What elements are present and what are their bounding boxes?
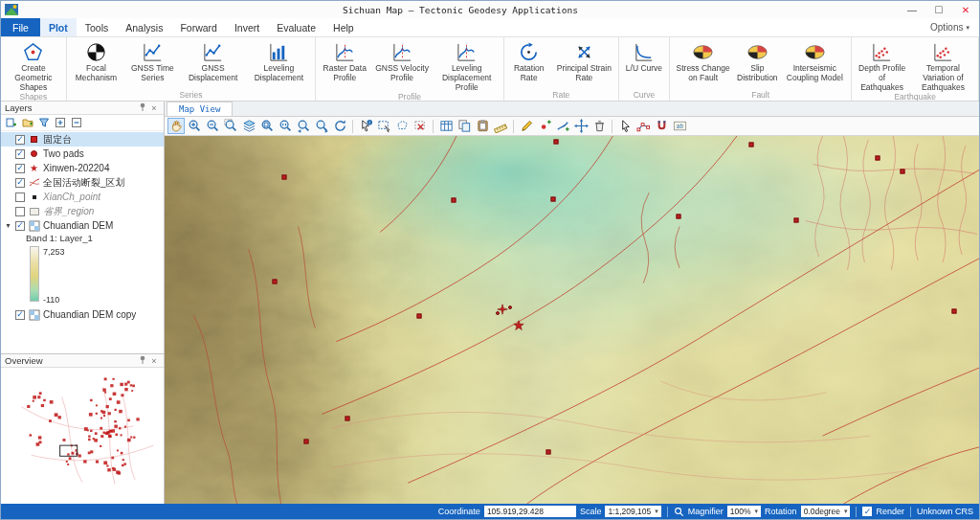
menu-tab-plot[interactable]: Plot <box>40 18 77 36</box>
station-marker[interactable] <box>676 214 680 218</box>
close-icon[interactable]: × <box>148 103 160 113</box>
station-marker[interactable] <box>417 314 422 319</box>
layer-item-chuandian-dem-copy[interactable]: ✓Chuandian DEM copy <box>1 307 164 322</box>
station-marker[interactable] <box>345 417 349 421</box>
edit-tool[interactable] <box>518 118 535 134</box>
earthquake-star-marker[interactable] <box>498 305 508 317</box>
maximize-button[interactable]: ☐ <box>925 1 952 18</box>
ribbon-button-create-geometric-shapes[interactable]: Create Geometric Shapes <box>3 38 64 92</box>
identify-tool[interactable]: i <box>357 118 374 134</box>
ribbon-button-depth-profile-of-eathquakes[interactable]: Depth Profile of Eathquakes <box>854 38 910 92</box>
ribbon-button-principal-strain-rate[interactable]: Principal Strain Rate <box>552 38 616 90</box>
layer-item-two-pads[interactable]: ✓Two pads <box>1 147 164 161</box>
select-polygon-tool[interactable] <box>393 118 411 134</box>
render-checkbox[interactable]: ✓ <box>862 507 872 516</box>
close-icon[interactable]: × <box>148 356 160 366</box>
layer-item-region[interactable]: 省界_region <box>1 204 164 218</box>
menu-tab-help[interactable]: Help <box>324 18 363 36</box>
station-marker[interactable] <box>793 217 798 222</box>
station-marker[interactable] <box>951 309 956 314</box>
zoom-next-tool[interactable] <box>313 118 330 134</box>
delete-feature-tool[interactable] <box>590 118 608 134</box>
coordinate-input[interactable]: 105.919,29.428 <box>484 506 576 517</box>
zoom-full-tool[interactable] <box>258 118 276 134</box>
ribbon-button-l-u-curve[interactable]: L/U Curve <box>621 38 667 90</box>
magnifier-combo[interactable]: 100% ▾ <box>727 506 761 517</box>
zoom-native-tool[interactable] <box>277 118 294 134</box>
station-marker[interactable] <box>550 197 555 202</box>
ribbon-button-stress-change-on-fault[interactable]: Stress Change on Fault <box>672 38 734 90</box>
menu-tab-file[interactable]: File <box>1 18 40 36</box>
zoom-last-tool[interactable] <box>295 118 312 134</box>
layer-checkbox[interactable] <box>15 207 25 216</box>
pin-icon[interactable] <box>137 355 148 366</box>
measure-tool[interactable] <box>492 118 509 134</box>
close-button[interactable]: ✕ <box>952 1 979 18</box>
ribbon-button-ratation-rate[interactable]: Ratation Rate <box>506 38 552 90</box>
station-marker[interactable] <box>272 279 277 283</box>
snapping-tool[interactable] <box>653 118 670 134</box>
expand-all-icon[interactable] <box>53 116 67 129</box>
station-marker[interactable] <box>546 449 550 454</box>
pointer-tool[interactable] <box>616 118 634 134</box>
menu-tab-analysis[interactable]: Analysis <box>117 18 171 36</box>
station-marker[interactable] <box>282 175 287 180</box>
deselect-tool[interactable] <box>412 118 429 134</box>
add-layer-icon[interactable] <box>4 116 18 129</box>
pad-marker[interactable] <box>508 305 512 309</box>
filter-legend-icon[interactable] <box>36 116 51 129</box>
ribbon-button-slip-distribution[interactable]: Slip Distribution <box>734 38 780 90</box>
layer-checkbox[interactable] <box>15 192 25 202</box>
zoom-out-tool[interactable] <box>204 118 221 134</box>
move-feature-tool[interactable] <box>572 118 590 134</box>
layer-checkbox[interactable]: ✓ <box>15 149 25 159</box>
add-point-tool[interactable] <box>536 118 553 134</box>
layer-item-chuandian-dem[interactable]: ▾✓Chuandian DEM <box>1 218 164 233</box>
ribbon-button-leveling-displacement-profile[interactable]: Leveling Displacement Profile <box>433 38 501 92</box>
map-view[interactable] <box>165 136 979 504</box>
add-group-icon[interactable] <box>20 116 34 129</box>
station-marker[interactable] <box>875 155 880 160</box>
labeling-tool[interactable]: ab <box>671 118 688 134</box>
station-marker[interactable] <box>452 197 457 202</box>
collapse-all-icon[interactable] <box>69 116 83 129</box>
zoom-window-tool[interactable] <box>222 118 239 134</box>
layer-item-xinwen-202204[interactable]: ✓★Xinwen-202204 <box>1 161 164 175</box>
refresh-tool[interactable] <box>331 118 348 134</box>
station-marker[interactable] <box>304 440 309 444</box>
chevron-down-icon[interactable]: ▾ <box>4 221 12 230</box>
menu-tab-evaluate[interactable]: Evaluate <box>268 18 324 36</box>
select-rect-tool[interactable] <box>375 118 392 134</box>
layer-checkbox[interactable]: ✓ <box>15 164 25 173</box>
minimize-button[interactable]: — <box>899 1 925 18</box>
earthquake-star-marker[interactable] <box>514 320 524 332</box>
scale-combo[interactable]: 1:1,209,105 ▾ <box>605 506 660 517</box>
layers-tool[interactable] <box>240 118 257 134</box>
menu-tab-invert[interactable]: Invert <box>226 18 268 36</box>
pan-tool[interactable] <box>167 118 185 134</box>
menu-tab-forward[interactable]: Forward <box>171 18 226 36</box>
pin-icon[interactable] <box>137 102 148 113</box>
station-marker[interactable] <box>901 170 905 174</box>
layer-item-item[interactable]: ✓固定台 <box>1 132 164 147</box>
ribbon-button-leveling-displacement[interactable]: Leveling Displacement <box>245 38 314 90</box>
ribbon-button-gnss-displacement[interactable]: GNSS Displacement <box>182 38 245 90</box>
ribbon-button-gnss-time-series[interactable]: GNSS Time Series <box>123 38 182 90</box>
layer-item-xianch-point[interactable]: XianCh_point <box>1 190 164 204</box>
add-line-tool[interactable] <box>554 118 571 134</box>
attribute-table-tool[interactable] <box>437 118 455 134</box>
ribbon-button-raster-data-profile[interactable]: Raster Data Profile <box>318 38 371 92</box>
layer-checkbox[interactable]: ✓ <box>15 135 25 145</box>
ribbon-button-focal-mechanism[interactable]: Focal Mechanism <box>69 38 123 90</box>
station-marker[interactable] <box>554 139 559 144</box>
menu-tab-tools[interactable]: Tools <box>77 18 118 36</box>
zoom-in-tool[interactable] <box>186 118 203 134</box>
options-menu[interactable]: Options ▾ <box>921 18 979 36</box>
copy-features-tool[interactable] <box>456 118 473 134</box>
ribbon-button-temporal-variation-of-eathquakes[interactable]: Temporal Variation of Eathquakes <box>910 38 976 92</box>
paste-features-tool[interactable] <box>474 118 491 134</box>
layer-checkbox[interactable]: ✓ <box>15 221 25 231</box>
layer-checkbox[interactable]: ✓ <box>15 178 25 188</box>
ribbon-button-interseismic-coupling-model[interactable]: Interseismic Coupling Model <box>780 38 849 90</box>
rotation-combo[interactable]: 0.0degree ▾ <box>801 506 851 517</box>
